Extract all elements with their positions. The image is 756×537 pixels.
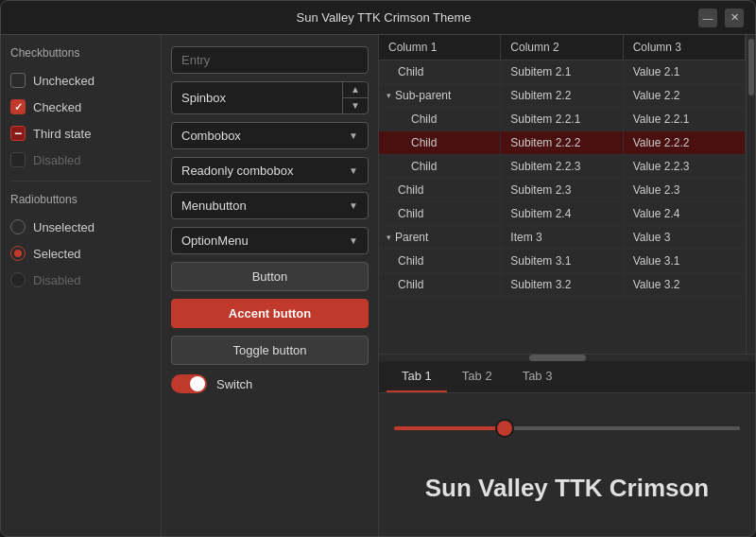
spinbox-label: Spinbox (172, 85, 342, 111)
table-row[interactable]: Child Subitem 2.4 Value 2.4 (379, 202, 746, 226)
tree-cell-col1: Child (379, 250, 501, 272)
switch-toggle[interactable] (171, 374, 207, 393)
tree-cell-col1: Child (379, 131, 501, 154)
checkbuttons-label: Checkbuttons (10, 46, 151, 60)
table-row[interactable]: Child Subitem 2.1 Value 2.1 (379, 61, 746, 84)
tree-cell-col2: Subitem 3.2 (501, 273, 623, 296)
tree-cell-col3: Value 3.2 (624, 273, 746, 296)
accent-button[interactable]: Accent button (171, 299, 369, 328)
spinbox-up[interactable]: ▲ (343, 82, 368, 97)
radio-selected-label: Selected (33, 247, 81, 261)
table-row[interactable]: Child Subitem 2.3 Value 2.3 (379, 179, 746, 202)
check-mark: ✓ (14, 101, 23, 113)
tree-cell-col1: Child (379, 155, 501, 178)
tree-header-col2: Column 2 (501, 35, 623, 60)
slider-track[interactable] (394, 426, 740, 430)
divider-1 (10, 181, 151, 182)
main-content: Checkbuttons Unchecked ✓ Checked − Third… (1, 35, 755, 536)
tree-cell-col2: Subitem 2.2.3 (501, 155, 623, 178)
radio-unselected-label: Unselected (33, 220, 94, 234)
bottom-area: Tab 1 Tab 2 Tab 3 Sun V (379, 361, 755, 536)
radio-unselected[interactable] (10, 219, 26, 234)
tab-3[interactable]: Tab 3 (507, 361, 568, 392)
switch-knob (190, 376, 205, 391)
tree-cell-col2: Item 3 (501, 226, 623, 249)
dash-mark: − (14, 127, 22, 140)
table-row[interactable]: Child Subitem 2.2.3 Value 2.2.3 (379, 155, 746, 179)
table-row[interactable]: Child Subitem 3.1 Value 3.1 (379, 250, 746, 273)
optionmenu[interactable]: OptionMenu ▼ (171, 227, 369, 254)
main-window: Sun Valley TTK Crimson Theme — ✕ Checkbu… (0, 0, 756, 537)
titlebar: Sun Valley TTK Crimson Theme — ✕ (1, 1, 755, 35)
radio-selected[interactable] (10, 246, 26, 261)
tree-cell-col3: Value 2.2 (624, 84, 746, 107)
tree-cell-col3: Value 2.2.1 (624, 108, 746, 130)
radio-disabled-item: Disabled (10, 270, 151, 289)
h-scrollbar-thumb (529, 355, 586, 361)
toggle-button[interactable]: Toggle button (171, 336, 369, 365)
checkbox-unchecked[interactable] (10, 73, 26, 88)
tree-cell-col3: Value 2.2.3 (624, 155, 746, 178)
table-row[interactable]: ▾Parent Item 3 Value 3 (379, 226, 746, 250)
checkbox-checked-label: Checked (33, 100, 81, 114)
tree-main[interactable]: Column 1 Column 2 Column 3 Child Subitem… (379, 35, 746, 354)
table-row[interactable]: Child Subitem 2.2.1 Value 2.2.1 (379, 108, 746, 131)
menubutton-arrow-icon: ▼ (349, 200, 358, 211)
table-row[interactable]: ▾Sub-parent Subitem 2.2 Value 2.2 (379, 84, 746, 108)
tree-header-col1: Column 1 (379, 35, 501, 60)
checkbox-third-item: − Third state (10, 124, 151, 143)
checkbox-checked-item: ✓ Checked (10, 97, 151, 116)
horizontal-scrollbar[interactable] (379, 354, 755, 361)
right-panel: Column 1 Column 2 Column 3 Child Subitem… (379, 35, 755, 536)
tree-cell-col1: Child (379, 202, 501, 225)
menubutton-label: Menubutton (181, 199, 349, 213)
combobox[interactable]: Combobox ▼ (171, 122, 369, 149)
radio-inner-dot (14, 250, 22, 257)
spinbox-buttons: ▲ ▼ (342, 82, 368, 113)
tree-cell-col1: Child (379, 179, 501, 201)
tree-cell-col3: Value 2.1 (624, 61, 746, 83)
expand-arrow-icon: ▾ (387, 233, 391, 242)
tree-header: Column 1 Column 2 Column 3 (379, 35, 746, 61)
radio-unselected-item: Unselected (10, 217, 151, 236)
tree-cell-col2: Subitem 3.1 (501, 250, 623, 272)
tree-cell-col3: Value 2.4 (624, 202, 746, 225)
regular-button[interactable]: Button (171, 262, 369, 291)
checkbox-unchecked-label: Unchecked (33, 74, 94, 88)
minimize-button[interactable]: — (698, 9, 717, 27)
entry-input[interactable] (171, 46, 369, 74)
tab-bar: Tab 1 Tab 2 Tab 3 (379, 361, 755, 393)
tree-cell-col3: Value 3 (624, 226, 746, 249)
combobox-arrow-icon: ▼ (349, 130, 358, 141)
checkbox-disabled-label: Disabled (33, 153, 81, 167)
slider-fill-right (602, 426, 740, 430)
checkbox-third[interactable]: − (10, 126, 26, 141)
big-title: Sun Valley TTK Crimson (394, 466, 740, 511)
radio-disabled (10, 272, 26, 287)
tree-cell-col3: Value 2.3 (624, 179, 746, 201)
slider-row (394, 419, 740, 438)
close-button[interactable]: ✕ (725, 9, 744, 27)
table-row[interactable]: Child Subitem 2.2.2 Value 2.2.2 (379, 131, 746, 155)
optionmenu-arrow-icon: ▼ (349, 235, 358, 246)
spinbox-down[interactable]: ▼ (343, 98, 368, 113)
table-row[interactable]: Child Subitem 3.2 Value 3.2 (379, 273, 746, 297)
checkbox-disabled-item: Disabled (10, 150, 151, 169)
window-controls: — ✕ (698, 9, 744, 27)
checkbox-unchecked-item: Unchecked (10, 71, 151, 90)
radio-disabled-label: Disabled (33, 273, 81, 287)
radio-selected-item: Selected (10, 244, 151, 263)
tab-2[interactable]: Tab 2 (447, 361, 507, 392)
tree-cell-col3: Value 3.1 (624, 250, 746, 272)
readonly-combobox[interactable]: Readonly combobox ▼ (171, 157, 369, 184)
vertical-scrollbar[interactable] (746, 35, 755, 354)
readonly-combobox-arrow-icon: ▼ (349, 165, 358, 176)
radiobuttons-label: Radiobuttons (10, 193, 151, 206)
menubutton[interactable]: Menubutton ▼ (171, 192, 369, 219)
slider-container (394, 419, 740, 438)
checkbox-checked[interactable]: ✓ (10, 99, 26, 114)
tab-1[interactable]: Tab 1 (387, 361, 447, 392)
optionmenu-label: OptionMenu (181, 234, 349, 248)
expand-arrow-icon: ▾ (387, 91, 391, 100)
slider-thumb[interactable] (497, 421, 512, 436)
